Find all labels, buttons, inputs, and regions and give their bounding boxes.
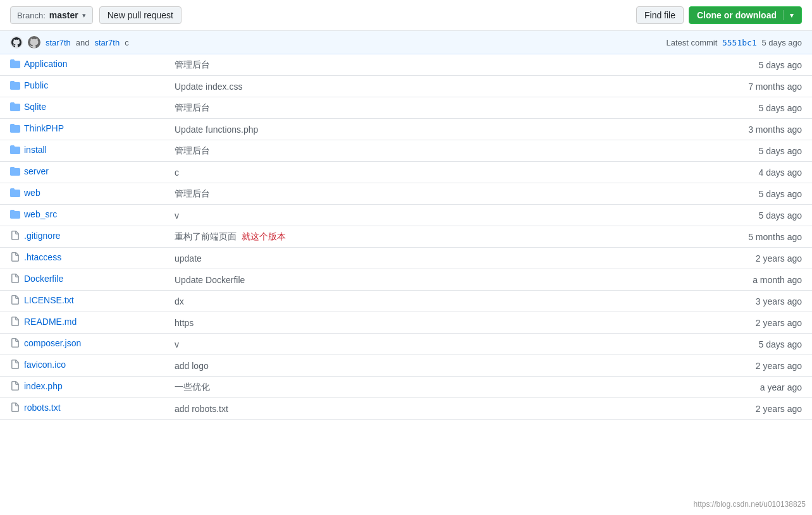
time-ago-cell: 3 months ago — [579, 119, 812, 140]
file-link[interactable]: index.php — [10, 381, 63, 391]
avatar-user — [28, 36, 40, 49]
time-ago-cell: 5 days ago — [579, 183, 812, 205]
folder-icon — [10, 80, 20, 90]
github-icon — [10, 36, 23, 49]
highlight-badge: 就这个版本 — [242, 231, 286, 241]
commit-message-cell: 管理后台 — [164, 97, 579, 119]
clone-chevron-icon: ▾ — [790, 11, 794, 20]
file-link[interactable]: server — [10, 166, 49, 176]
toolbar: Branch: master ▾ New pull request Find f… — [0, 0, 812, 31]
commit-message-cell: 管理后台 — [164, 183, 579, 205]
table-row: server c 4 days ago — [0, 162, 812, 183]
toolbar-right: Find file Clone or download ▾ — [636, 6, 802, 24]
file-icon — [10, 295, 20, 305]
file-icon — [10, 403, 20, 413]
file-name: Dockerfile — [24, 274, 63, 284]
file-name: .gitignore — [24, 231, 61, 241]
file-link[interactable]: .htaccess — [10, 252, 61, 262]
file-icon — [10, 252, 20, 262]
time-ago-cell: 5 days ago — [579, 54, 812, 76]
file-name: Sqlite — [24, 102, 46, 112]
author1-link[interactable]: star7th — [46, 38, 71, 47]
clone-label: Clone or download — [697, 10, 777, 20]
time-ago-cell: 3 years ago — [579, 291, 812, 312]
file-link[interactable]: robots.txt — [10, 403, 61, 413]
table-row: index.php 一些优化 a year ago — [0, 377, 812, 398]
table-row: Application 管理后台 5 days ago — [0, 54, 812, 76]
commit-message-cell: update — [164, 248, 579, 269]
file-link[interactable]: LICENSE.txt — [10, 295, 74, 305]
time-ago-cell: 5 days ago — [579, 334, 812, 355]
file-link[interactable]: composer.json — [10, 338, 81, 348]
file-name: install — [24, 145, 47, 155]
time-ago-cell: 2 years ago — [579, 248, 812, 269]
file-name: Public — [24, 80, 48, 90]
file-link[interactable]: Sqlite — [10, 102, 46, 112]
file-icon — [10, 381, 20, 391]
folder-icon — [10, 188, 20, 198]
clone-btn-divider — [783, 10, 784, 20]
file-link[interactable]: Application — [10, 59, 68, 69]
commit-message-cell: dx — [164, 291, 579, 312]
table-row: .htaccess update 2 years ago — [0, 248, 812, 269]
commit-bar-left: star7th and star7th c — [10, 36, 129, 49]
table-row: Dockerfile Update Dockerfile a month ago — [0, 269, 812, 291]
commit-message-cell: 管理后台 — [164, 54, 579, 76]
new-pull-request-button[interactable]: New pull request — [99, 6, 181, 24]
branch-name: master — [49, 10, 78, 20]
file-link[interactable]: README.md — [10, 317, 77, 327]
folder-icon — [10, 145, 20, 155]
commit-message-cell: v — [164, 334, 579, 355]
file-link[interactable]: Public — [10, 80, 48, 90]
file-link[interactable]: install — [10, 145, 47, 155]
clone-or-download-button[interactable]: Clone or download ▾ — [689, 6, 802, 24]
file-name: ThinkPHP — [24, 123, 64, 133]
file-icon — [10, 317, 20, 327]
file-name: server — [24, 166, 49, 176]
table-row: ThinkPHP Update functions.php 3 months a… — [0, 119, 812, 140]
latest-commit-label: Latest commit — [666, 38, 717, 47]
table-row: README.md https 2 years ago — [0, 312, 812, 334]
table-row: LICENSE.txt dx 3 years ago — [0, 291, 812, 312]
file-link[interactable]: web — [10, 188, 40, 198]
time-ago-cell: 7 months ago — [579, 76, 812, 97]
file-name: index.php — [24, 381, 63, 391]
commit-message-cell: 重构了前端页面就这个版本 — [164, 226, 579, 248]
author2-link[interactable]: star7th — [94, 38, 120, 47]
file-link[interactable]: Dockerfile — [10, 274, 63, 284]
toolbar-left: Branch: master ▾ New pull request — [10, 6, 181, 24]
table-row: composer.json v 5 days ago — [0, 334, 812, 355]
commit-message: c — [125, 38, 129, 47]
file-link[interactable]: favicon.ico — [10, 360, 66, 370]
commit-bar-right: Latest commit 5551bc1 5 days ago — [666, 38, 802, 47]
commit-message-cell: Update Dockerfile — [164, 269, 579, 291]
table-row: Public Update index.css 7 months ago — [0, 76, 812, 97]
find-file-button[interactable]: Find file — [636, 6, 684, 24]
table-row: robots.txt add robots.txt 2 years ago — [0, 398, 812, 420]
table-row: .gitignore 重构了前端页面就这个版本 5 months ago — [0, 226, 812, 248]
folder-icon — [10, 59, 20, 69]
file-name: web — [24, 188, 40, 198]
folder-icon — [10, 102, 20, 112]
table-row: install 管理后台 5 days ago — [0, 140, 812, 162]
time-ago-cell: a year ago — [579, 377, 812, 398]
file-link[interactable]: .gitignore — [10, 231, 61, 241]
file-icon — [10, 274, 20, 284]
commit-bar: star7th and star7th c Latest commit 5551… — [0, 31, 812, 54]
commit-message-cell: add robots.txt — [164, 398, 579, 420]
commit-hash-link[interactable]: 5551bc1 — [722, 38, 757, 47]
file-icon — [10, 231, 20, 241]
table-row: favicon.ico add logo 2 years ago — [0, 355, 812, 377]
time-ago-cell: 5 days ago — [579, 140, 812, 162]
time-ago-cell: 2 years ago — [579, 398, 812, 420]
file-name: Application — [24, 59, 68, 69]
file-name: LICENSE.txt — [24, 295, 74, 305]
branch-selector[interactable]: Branch: master ▾ — [10, 6, 93, 24]
time-ago-cell: 5 days ago — [579, 205, 812, 226]
file-name: composer.json — [24, 338, 81, 348]
file-link[interactable]: ThinkPHP — [10, 123, 64, 133]
file-table: Application 管理后台 5 days ago Public Updat… — [0, 54, 812, 420]
commit-message-cell: c — [164, 162, 579, 183]
file-link[interactable]: web_src — [10, 209, 57, 219]
commit-message-cell: Update index.css — [164, 76, 579, 97]
